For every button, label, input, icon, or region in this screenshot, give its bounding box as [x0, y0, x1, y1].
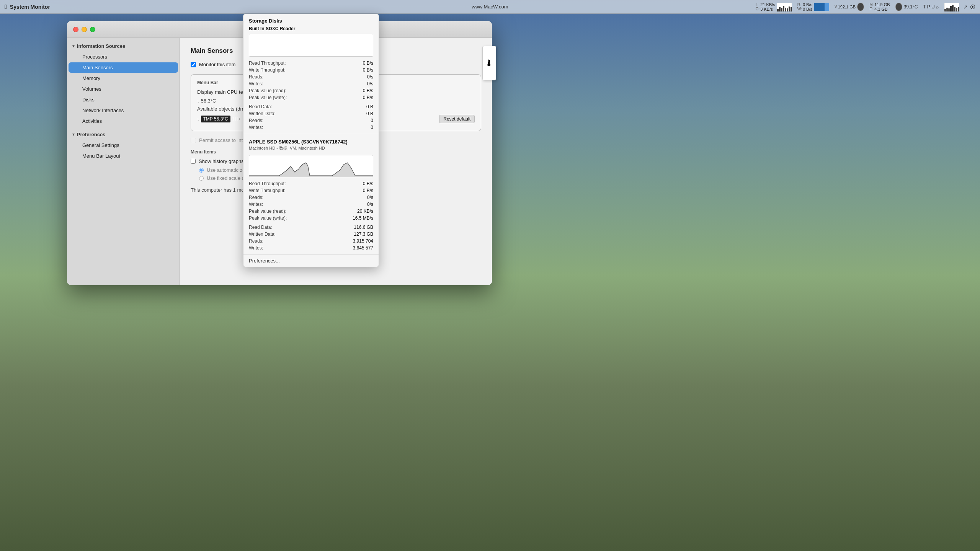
sdxc-peak-write: Peak value (write): 0 B/s — [249, 94, 373, 101]
sidebar-item-main-sensors[interactable]: Main Sensors — [69, 62, 178, 73]
sidebar-item-processors[interactable]: Processors — [69, 52, 178, 62]
storage-disks-title: Storage Disks — [243, 14, 379, 24]
temp-bar-display: TMP 56.3°C — [201, 116, 230, 122]
sidebar-section-information-sources[interactable]: ▼ Information Sources — [67, 41, 180, 51]
svg-rect-11 — [950, 6, 952, 11]
time-icon: ⦿ — [970, 4, 975, 10]
ssd-read-data: Read Data: 116.6 GB — [249, 224, 373, 231]
watermark: www.MacW.com — [472, 4, 508, 10]
io-status: I:O: 21 KB/s3 KB/s — [754, 2, 794, 12]
preferences-label: Preferences — [77, 132, 105, 137]
apple-ssd-title: APPLE SSD SM0256L (S3CVNY0K716742) — [243, 136, 379, 145]
svg-rect-12 — [952, 5, 954, 11]
svg-rect-10 — [948, 8, 950, 11]
ssd-reads-total: Reads: 3,915,704 — [249, 238, 373, 245]
svg-rect-8 — [944, 9, 946, 11]
svg-marker-16 — [249, 163, 373, 177]
ssd-write-throughput: Write Throughput: 0 B/s — [249, 187, 373, 194]
sdxc-read-data: Read Data: 0 B — [249, 103, 373, 110]
ssd-chart — [249, 155, 373, 177]
apple-ssd-subtitle: Macintosh HD - 数据, VM, Macintosh HD — [243, 145, 379, 153]
ssd-stats: Read Throughput: 0 B/s Write Throughput:… — [243, 179, 379, 253]
activity-graph — [942, 2, 961, 12]
temp-bar-dashed — [232, 118, 240, 120]
ssd-writes-total: Writes: 3,645,577 — [249, 245, 373, 251]
sdxc-writes: Writes: 0/s — [249, 80, 373, 87]
monitor-checkbox-label: Monitor this item — [199, 62, 235, 67]
maximize-button[interactable] — [90, 27, 95, 32]
menu-bar:  System Monitor www.MacW.com I:O: 21 KB… — [0, 0, 980, 14]
ssd-writes: Writes: 0/s — [249, 201, 373, 208]
svg-rect-2 — [781, 8, 782, 11]
sidebar-item-volumes[interactable]: Volumes — [69, 84, 178, 94]
svg-rect-15 — [958, 7, 959, 11]
information-sources-label: Information Sources — [77, 43, 125, 49]
svg-rect-13 — [954, 7, 956, 11]
menu-bar-left:  System Monitor — [5, 3, 50, 10]
svg-rect-0 — [777, 9, 779, 11]
built-in-sdxc-title: Built In SDXC Reader — [243, 24, 379, 32]
sdxc-write-throughput: Write Throughput: 0 B/s — [249, 67, 373, 73]
fixed-scale-radio[interactable] — [199, 176, 204, 181]
sdxc-chart — [249, 34, 373, 57]
temp-arrow2: ↓ — [197, 117, 199, 121]
app-menu-item[interactable]: System Monitor — [10, 4, 50, 10]
volume-status: V 192.1 GB — [833, 2, 866, 12]
sidebar-section-preferences[interactable]: ▼ Preferences — [67, 129, 180, 140]
show-history-checkbox[interactable] — [191, 159, 196, 164]
thermometer-widget: 🌡 — [482, 46, 496, 80]
ssd-peak-read: Peak value (read): 20 KB/s — [249, 208, 373, 215]
ssd-reads: Reads: 0/s — [249, 194, 373, 201]
temp-status: 39.1°C — [894, 2, 920, 12]
svg-rect-9 — [946, 8, 948, 11]
sdxc-peak-read: Peak value (read): 0 B/s — [249, 87, 373, 94]
divider — [243, 134, 379, 134]
sidebar-item-network-interfaces[interactable]: Network Interfaces — [69, 105, 178, 116]
preferences-link[interactable]: Preferences... — [243, 254, 379, 267]
thermometer-icon: 🌡 — [485, 58, 494, 68]
misc-icons: T P U ⌕ — [921, 3, 940, 10]
svg-rect-6 — [789, 7, 790, 11]
auto-zoom-radio[interactable] — [199, 168, 204, 173]
minimize-button[interactable] — [82, 27, 87, 32]
sdxc-reads: Reads: 0/s — [249, 73, 373, 80]
window-controls — [73, 27, 95, 32]
triangle-icon-preferences: ▼ — [72, 132, 75, 137]
rw-status: R:W: 0 B/s0 B/s — [796, 2, 831, 12]
sidebar-item-menu-bar-layout[interactable]: Menu Bar Layout — [69, 151, 178, 161]
sdxc-stats: Read Throughput: 0 B/s Write Throughput:… — [243, 58, 379, 132]
svg-rect-14 — [956, 8, 957, 11]
temp-value-active: 56.3°C — [201, 98, 216, 104]
svg-rect-5 — [787, 8, 788, 11]
sdxc-reads-total: Reads: 0 — [249, 117, 373, 124]
temp-arrow: ↓ — [197, 99, 199, 103]
sidebar: ▼ Information Sources Processors Main Se… — [67, 38, 180, 285]
close-button[interactable] — [73, 27, 78, 32]
sidebar-item-activities[interactable]: Activities — [69, 116, 178, 126]
memory-status: M:F: 11.9 GB4.1 GB — [868, 2, 891, 12]
sdxc-read-throughput: Read Throughput: 0 B/s — [249, 60, 373, 67]
sdxc-written-data: Written Data: 0 B — [249, 110, 373, 117]
sidebar-item-memory[interactable]: Memory — [69, 73, 178, 83]
ssd-written-data: Written Data: 127.3 GB — [249, 231, 373, 238]
permit-checkbox[interactable] — [191, 138, 196, 143]
dropdown-panel: Storage Disks Built In SDXC Reader Read … — [243, 14, 379, 267]
sidebar-item-disks[interactable]: Disks — [69, 95, 178, 105]
wifi-icon: ↗ — [963, 4, 968, 10]
svg-rect-7 — [791, 7, 792, 11]
svg-rect-4 — [785, 8, 786, 11]
sidebar-item-general-settings[interactable]: General Settings — [69, 140, 178, 150]
ssd-peak-write: Peak value (write): 16.5 MB/s — [249, 215, 373, 222]
ssd-read-throughput: Read Throughput: 0 B/s — [249, 180, 373, 187]
apple-menu[interactable]:  — [5, 3, 7, 10]
svg-rect-3 — [783, 6, 784, 11]
reset-default-button[interactable]: Reset default — [439, 115, 475, 123]
triangle-icon: ▼ — [72, 44, 75, 48]
svg-rect-1 — [779, 7, 781, 11]
monitor-checkbox[interactable] — [191, 62, 196, 67]
menu-bar-right: I:O: 21 KB/s3 KB/s R:W: 0 B/s0 B/s — [754, 2, 975, 12]
sdxc-writes-total: Writes: 0 — [249, 124, 373, 131]
